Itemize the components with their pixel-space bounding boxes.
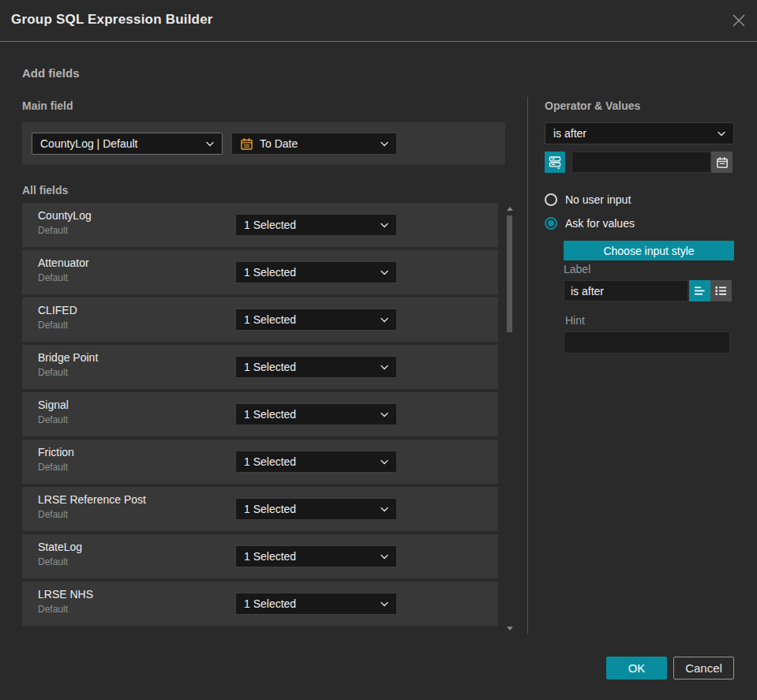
field-values-select[interactable]: 1 Selected — [235, 451, 397, 473]
calendar-icon — [716, 156, 729, 169]
field-values-select-value: 1 Selected — [244, 503, 376, 515]
field-values-select-value: 1 Selected — [244, 597, 376, 610]
chevron-down-icon — [380, 223, 388, 228]
field-name: Signal — [38, 399, 69, 411]
field-subtitle: Default — [38, 509, 146, 520]
field-row: LRSE Reference PostDefault1 Selected — [22, 487, 498, 531]
align-left-icon — [694, 286, 706, 296]
field-info: SignalDefault — [38, 399, 69, 425]
no-user-input-label: No user input — [565, 193, 631, 206]
chevron-down-icon — [380, 365, 388, 370]
field-info: LRSE Reference PostDefault — [38, 493, 146, 520]
scroll-up-arrow-icon[interactable] — [507, 207, 513, 211]
field-row: AttenuatorDefault1 Selected — [22, 250, 498, 294]
chevron-down-icon — [380, 554, 388, 560]
radio-selected-icon[interactable] — [545, 217, 557, 230]
field-values-select-value: 1 Selected — [244, 266, 376, 279]
field-name: CountyLog — [38, 209, 92, 222]
date-type-select[interactable]: To Date — [231, 133, 397, 155]
chevron-down-icon — [380, 601, 388, 607]
field-values-select-value: 1 Selected — [244, 361, 376, 373]
field-info: LRSE NHSDefault — [38, 588, 93, 615]
chevron-down-icon — [380, 141, 388, 147]
no-user-input-option[interactable]: No user input — [545, 193, 631, 206]
field-info: CountyLogDefault — [38, 209, 92, 236]
group-sql-expression-builder-dialog: Group SQL Expression Builder Add fields … — [0, 0, 757, 700]
field-values-select[interactable]: 1 Selected — [235, 593, 397, 615]
field-info: FrictionDefault — [38, 446, 74, 473]
field-row: CLIFEDDefault1 Selected — [22, 298, 498, 342]
operator-values-heading: Operator & Values — [545, 99, 640, 112]
field-values-select[interactable]: 1 Selected — [235, 261, 397, 283]
label-input[interactable] — [564, 280, 688, 301]
unique-values-picker-button[interactable] — [545, 152, 565, 173]
all-fields-list: CountyLogDefault1 SelectedAttenuatorDefa… — [22, 203, 498, 627]
field-values-select[interactable]: 1 Selected — [235, 498, 397, 520]
field-row: LRSE NHSDefault1 Selected — [22, 582, 498, 626]
chevron-down-icon — [380, 507, 388, 512]
field-subtitle: Default — [38, 272, 89, 283]
field-values-select-value: 1 Selected — [244, 455, 376, 468]
field-row: StateLogDefault1 Selected — [22, 534, 498, 578]
date-picker-button[interactable] — [711, 152, 733, 173]
ask-for-values-label: Ask for values — [565, 217, 635, 230]
field-subtitle: Default — [38, 604, 93, 615]
field-values-select[interactable]: 1 Selected — [235, 356, 397, 378]
field-row: Bridge PointDefault1 Selected — [22, 345, 498, 389]
hint-caption: Hint — [565, 314, 585, 327]
ok-button[interactable]: OK — [606, 657, 667, 679]
main-field-heading: Main field — [22, 99, 73, 112]
scroll-down-arrow-icon[interactable] — [507, 627, 513, 631]
ask-for-values-option[interactable]: Ask for values — [545, 217, 635, 230]
calendar-icon — [240, 137, 253, 151]
scrollbar-thumb[interactable] — [507, 215, 512, 332]
cancel-button[interactable]: Cancel — [673, 657, 734, 679]
title-bar: Group SQL Expression Builder — [0, 0, 757, 42]
close-button[interactable] — [731, 13, 747, 28]
chevron-down-icon — [380, 459, 388, 465]
field-values-select-value: 1 Selected — [244, 219, 376, 231]
field-subtitle: Default — [38, 462, 74, 473]
field-values-select-value: 1 Selected — [244, 550, 376, 563]
chevron-down-icon — [380, 270, 388, 275]
field-name: Bridge Point — [38, 351, 98, 364]
field-name: StateLog — [38, 541, 82, 553]
label-caption: Label — [564, 263, 590, 275]
field-subtitle: Default — [38, 556, 82, 567]
field-values-select[interactable]: 1 Selected — [235, 309, 397, 331]
list-scrollbar — [504, 202, 515, 634]
field-row: FrictionDefault1 Selected — [22, 440, 498, 484]
operator-select[interactable]: is after — [545, 122, 734, 144]
chevron-down-icon — [380, 412, 388, 417]
field-name: CLIFED — [38, 304, 77, 316]
field-values-select[interactable]: 1 Selected — [235, 214, 397, 236]
field-values-select[interactable]: 1 Selected — [235, 403, 397, 425]
main-field-select-value: CountyLog | Default — [40, 137, 201, 150]
field-values-select-value: 1 Selected — [244, 313, 376, 326]
input-style-text-toggle[interactable] — [689, 280, 710, 301]
panel-divider — [527, 97, 528, 634]
field-name: LRSE NHS — [38, 588, 93, 601]
field-values-select[interactable]: 1 Selected — [235, 545, 397, 567]
field-info: CLIFEDDefault — [38, 304, 77, 331]
bullet-list-icon — [715, 286, 727, 296]
chevron-down-icon — [718, 131, 725, 137]
field-row: SignalDefault1 Selected — [22, 392, 498, 436]
field-subtitle: Default — [38, 414, 69, 425]
field-name: Friction — [38, 446, 74, 459]
field-subtitle: Default — [38, 367, 98, 378]
all-fields-heading: All fields — [22, 184, 68, 197]
input-style-list-toggle[interactable] — [710, 280, 732, 301]
close-icon — [732, 13, 746, 28]
field-subtitle: Default — [38, 320, 77, 331]
field-name: LRSE Reference Post — [38, 493, 146, 506]
field-info: StateLogDefault — [38, 541, 82, 567]
radio-unselected-icon[interactable] — [545, 193, 557, 206]
field-subtitle: Default — [38, 225, 92, 236]
hint-input[interactable] — [564, 331, 730, 354]
field-row: CountyLogDefault1 Selected — [22, 203, 498, 247]
value-input[interactable] — [571, 152, 711, 173]
main-field-select[interactable]: CountyLog | Default — [32, 133, 223, 155]
choose-input-style-button[interactable]: Choose input style — [564, 241, 734, 260]
field-info: Bridge PointDefault — [38, 351, 98, 378]
